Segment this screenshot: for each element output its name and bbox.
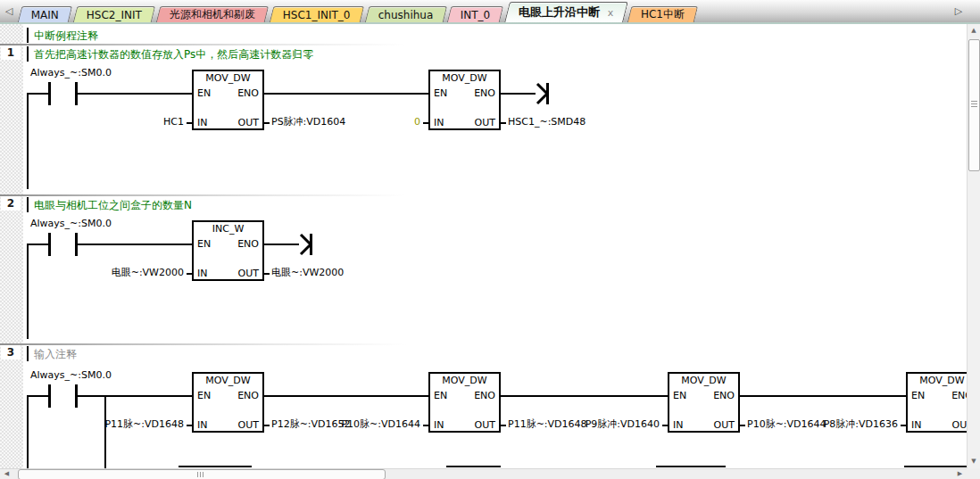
power-rail	[27, 93, 29, 189]
pin-out: OUT	[714, 419, 735, 431]
tab-bar: ◁ MAIN HSC2_INIT 光源和相机和剔废 HSC1_INIT_0 ch…	[0, 0, 980, 24]
tab-label: chushihua	[378, 9, 434, 21]
pin-in: IN	[434, 117, 444, 128]
horizontal-scrollbar-thumb[interactable]	[18, 469, 386, 479]
tab-int-0[interactable]: INT_0	[447, 6, 504, 22]
tab-scroll-left-icon[interactable]: ◁	[2, 4, 16, 20]
operand-out[interactable]: HSC1_~:SMD48	[508, 116, 586, 128]
wire	[264, 93, 428, 95]
network-number: 1	[1, 45, 21, 60]
clipped-block-top	[446, 466, 501, 467]
pin-stub	[901, 425, 906, 426]
power-rail	[27, 244, 29, 339]
wire	[27, 93, 49, 95]
pin-eno: ENO	[713, 390, 735, 401]
tab-strip: MAIN HSC2_INIT 光源和相机和剔废 HSC1_INIT_0 chus…	[20, 0, 701, 22]
function-block-mov-dw[interactable]: MOV_DW EN ENO IN OUT	[428, 372, 501, 433]
tab-dianyan-rising-interrupt[interactable]: 电眼上升沿中断 x	[504, 2, 627, 22]
contact-bar[interactable]	[48, 82, 51, 105]
pin-stub	[423, 425, 428, 426]
pin-stub	[501, 122, 506, 124]
network-margin	[0, 24, 23, 468]
contact-bar[interactable]	[48, 233, 51, 256]
tab-light-camera-reject[interactable]: 光源和相机和剔废	[156, 6, 269, 22]
pin-stub	[501, 425, 506, 426]
pin-en: EN	[197, 87, 211, 99]
operand-in[interactable]: P8脉冲:VD1636	[803, 418, 898, 431]
wire	[264, 244, 299, 245]
function-block-mov-dw[interactable]: MOV_DW EN ENO IN OUT	[428, 70, 501, 130]
pin-en: EN	[911, 390, 925, 401]
scroll-left-icon[interactable]: ◀	[0, 469, 13, 479]
tab-scroll-right-icon[interactable]: ▷	[951, 4, 966, 20]
function-block-mov-dw[interactable]: MOV_DW EN ENO IN OUT	[192, 70, 264, 130]
block-title: MOV_DW	[430, 375, 499, 386]
comment-marker-bar	[27, 46, 29, 62]
horizontal-scrollbar[interactable]: ◀ ▶	[0, 468, 967, 479]
function-block-mov-dw[interactable]: MOV_DW EN ENO IN OUT	[906, 372, 967, 433]
tab-label: 电眼上升沿中断	[519, 4, 600, 21]
pin-in: IN	[434, 419, 444, 431]
contact-operand[interactable]: Always_~:SM0.0	[30, 67, 112, 79]
comment-marker-bar	[27, 28, 29, 43]
tab-hsc2-init[interactable]: HSC2_INIT	[73, 6, 156, 22]
operand-in[interactable]: P10脉~:VD1644	[326, 418, 420, 431]
network-separator	[0, 194, 967, 196]
contact-bar[interactable]	[48, 384, 51, 408]
tab-hsc1-init-0[interactable]: HSC1_INIT_0	[270, 6, 364, 22]
tab-label: MAIN	[31, 9, 59, 21]
function-block-mov-dw[interactable]: MOV_DW EN ENO IN OUT	[668, 372, 740, 433]
operand-in[interactable]: HC1	[107, 116, 184, 128]
function-block-inc-w[interactable]: INC_W EN ENO IN OUT	[192, 220, 264, 281]
thumb-grip	[971, 101, 977, 102]
power-rail	[27, 395, 29, 468]
contact-operand[interactable]: Always_~:SM0.0	[30, 369, 112, 382]
operand-in[interactable]: P9脉冲:VD1640	[567, 418, 660, 431]
pin-stub	[187, 273, 192, 275]
pin-in: IN	[911, 419, 921, 431]
tab-hc1-interrupt[interactable]: HC1中断	[627, 6, 699, 22]
pin-stub	[187, 122, 192, 124]
network-1-comment[interactable]: 首先把高速计数器的数值存放入Ps中，然后高速计数器归零	[34, 47, 313, 62]
pin-eno: ENO	[474, 87, 495, 99]
contact-operand[interactable]: Always_~:SM0.0	[30, 218, 112, 230]
pin-out: OUT	[238, 268, 259, 279]
wire	[501, 93, 536, 95]
pin-in: IN	[197, 117, 207, 128]
tab-chushihua[interactable]: chushihua	[365, 6, 447, 22]
operand-in[interactable]: 电眼~:VW2000	[98, 267, 184, 279]
scroll-up-icon[interactable]: ▲	[968, 24, 980, 37]
pin-stub	[264, 425, 270, 426]
operand-out[interactable]: 电眼~:VW2000	[271, 267, 344, 279]
scroll-down-icon[interactable]: ▼	[968, 455, 980, 468]
block-title: INC_W	[194, 223, 262, 235]
pin-en: EN	[197, 390, 211, 401]
function-block-mov-dw[interactable]: MOV_DW EN ENO IN OUT	[192, 372, 264, 433]
clipped-block-top	[179, 466, 252, 467]
tab-main[interactable]: MAIN	[18, 6, 73, 22]
close-icon[interactable]: x	[608, 7, 614, 19]
operand-in[interactable]: P11脉~:VD1648	[89, 418, 184, 431]
tab-label: 光源和相机和剔废	[170, 7, 255, 22]
pin-out: OUT	[238, 117, 259, 128]
branch-wire	[104, 395, 106, 468]
operand-out[interactable]: PS脉冲:VD1604	[271, 116, 345, 128]
network-2-comment[interactable]: 电眼与相机工位之间盒子的数量N	[34, 198, 192, 213]
pin-stub	[264, 122, 270, 124]
open-wire-arrow-icon[interactable]	[536, 81, 552, 106]
clipped-block-top	[904, 466, 967, 467]
wire	[501, 395, 668, 397]
comment-marker-bar	[27, 197, 29, 212]
scroll-right-icon[interactable]: ▶	[953, 469, 967, 479]
vertical-scrollbar[interactable]: ▲ ▼	[967, 24, 980, 468]
vertical-scrollbar-thumb[interactable]	[968, 39, 980, 171]
program-header-comment[interactable]: 中断例程注释	[34, 29, 98, 44]
pin-eno: ENO	[951, 390, 967, 401]
operand-in-constant[interactable]: 0	[375, 116, 420, 128]
tab-label: HSC2_INIT	[87, 9, 142, 21]
pin-stub	[187, 425, 192, 426]
network-3-comment[interactable]: 输入注释	[34, 347, 77, 362]
pin-en: EN	[197, 238, 211, 250]
open-wire-arrow-icon[interactable]	[299, 232, 315, 257]
pin-out: OUT	[952, 419, 967, 431]
